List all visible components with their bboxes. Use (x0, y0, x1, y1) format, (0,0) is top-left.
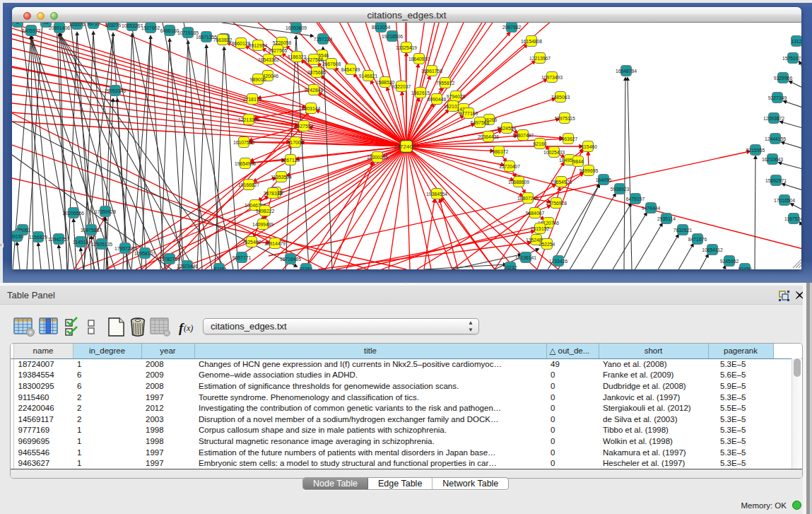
svg-text:8186323: 8186323 (288, 54, 307, 59)
svg-text:9699695: 9699695 (579, 168, 599, 173)
svg-text:10807487: 10807487 (512, 133, 534, 138)
svg-text:114519: 114519 (73, 240, 88, 245)
svg-text:417006: 417006 (288, 140, 304, 145)
svg-text:20364436: 20364436 (478, 134, 499, 139)
svg-text:7955812: 7955812 (436, 81, 455, 86)
svg-text:19756928: 19756928 (546, 201, 567, 206)
svg-text:(x): (x) (184, 323, 193, 333)
svg-text:2087682: 2087682 (502, 25, 522, 30)
svg-text:8: 8 (16, 23, 19, 25)
svg-text:19654905: 19654905 (235, 161, 256, 166)
svg-text:12923446: 12923446 (177, 264, 198, 269)
svg-text:96: 96 (43, 23, 49, 25)
svg-text:19384554: 19384554 (426, 192, 447, 197)
svg-text:2803144: 2803144 (302, 106, 321, 111)
svg-text:8427552: 8427552 (295, 124, 314, 129)
svg-text:15720407: 15720407 (499, 164, 520, 169)
svg-text:97364: 97364 (300, 267, 313, 270)
svg-text:14099489: 14099489 (252, 222, 273, 227)
svg-text:10688609: 10688609 (508, 180, 529, 185)
svg-text:8245: 8245 (213, 267, 224, 270)
svg-text:29053346: 29053346 (105, 88, 126, 93)
svg-text:10958107: 10958107 (134, 251, 155, 256)
svg-text:92450: 92450 (739, 267, 752, 270)
svg-text:10232: 10232 (504, 265, 517, 270)
svg-text:3875685: 3875685 (307, 70, 326, 75)
svg-text:7986372: 7986372 (490, 149, 509, 154)
svg-text:12975115: 12975115 (554, 116, 575, 121)
svg-text:11353594: 11353594 (271, 175, 292, 180)
svg-text:20206556: 20206556 (63, 211, 84, 216)
svg-text:9474444: 9474444 (642, 206, 661, 211)
svg-text:12444155: 12444155 (765, 136, 786, 141)
svg-text:9684067: 9684067 (526, 211, 545, 216)
svg-text:7663822: 7663822 (213, 37, 233, 42)
svg-text:2405572: 2405572 (22, 28, 41, 33)
svg-text:10654112: 10654112 (702, 247, 723, 252)
svg-text:8660128: 8660128 (232, 41, 251, 46)
svg-text:989016: 989016 (250, 77, 266, 82)
svg-text:1156829: 1156829 (29, 235, 47, 240)
svg-text:7625402: 7625402 (242, 240, 261, 245)
svg-text:19166827: 19166827 (238, 182, 259, 187)
svg-text:18807249: 18807249 (517, 196, 539, 201)
svg-text:18724007: 18724007 (394, 144, 419, 150)
svg-text:15692971: 15692971 (765, 178, 787, 183)
svg-text:2718176: 2718176 (243, 97, 262, 102)
svg-text:9327508: 9327508 (305, 57, 324, 62)
svg-text:16154808: 16154808 (521, 39, 542, 44)
svg-text:9146821: 9146821 (359, 74, 378, 78)
svg-text:9498222: 9498222 (256, 209, 275, 214)
svg-text:1615152: 1615152 (531, 226, 550, 231)
svg-text:3878332: 3878332 (264, 191, 283, 196)
svg-text:7485063: 7485063 (551, 95, 570, 100)
svg-text:1733426: 1733426 (549, 259, 568, 264)
svg-text:10973493: 10973493 (541, 75, 563, 80)
svg-text:17957223: 17957223 (114, 246, 136, 251)
svg-text:9327505: 9327505 (269, 48, 288, 53)
svg-text:9245652: 9245652 (720, 259, 739, 264)
svg-text:10653267: 10653267 (122, 23, 143, 28)
svg-text:9115460: 9115460 (579, 144, 597, 149)
svg-text:16782759: 16782759 (159, 257, 180, 262)
svg-text:103376: 103376 (69, 23, 86, 27)
svg-text:10025433: 10025433 (543, 150, 565, 155)
svg-text:6497568: 6497568 (471, 120, 490, 125)
svg-text:1527602: 1527602 (141, 25, 160, 30)
svg-text:1312: 1312 (791, 39, 801, 44)
svg-text:16961758: 16961758 (421, 69, 442, 74)
svg-text:62160: 62160 (534, 141, 547, 146)
svg-text:9844: 9844 (572, 159, 583, 164)
svg-text:2935114: 2935114 (657, 216, 676, 221)
svg-text:7632621: 7632621 (673, 228, 693, 233)
svg-text:8454749: 8454749 (341, 67, 360, 72)
svg-text:1167534: 1167534 (784, 216, 801, 221)
svg-text:8215955: 8215955 (746, 148, 765, 153)
svg-text:16648784: 16648784 (616, 69, 637, 74)
svg-text:20691406: 20691406 (49, 25, 70, 30)
svg-text:9227349: 9227349 (768, 95, 787, 100)
svg-text:9777169: 9777169 (459, 111, 478, 116)
svg-text:12942757: 12942757 (48, 237, 69, 242)
svg-text:18300295: 18300295 (367, 155, 388, 160)
svg-text:252254: 252254 (539, 242, 555, 247)
svg-text:16543362: 16543362 (258, 57, 279, 62)
svg-text:39159: 39159 (12, 234, 24, 239)
svg-text:18640910: 18640910 (408, 57, 430, 62)
svg-text:12213967: 12213967 (529, 56, 551, 61)
svg-text:30975887: 30975887 (81, 228, 102, 233)
svg-text:95710: 95710 (87, 23, 100, 26)
svg-text:9794028: 9794028 (447, 94, 466, 99)
svg-text:8322037: 8322037 (392, 84, 411, 89)
svg-text:1362615: 1362615 (411, 90, 430, 95)
svg-text:6466160: 6466160 (160, 28, 180, 33)
svg-text:7357224: 7357224 (314, 37, 333, 42)
svg-text:13325419: 13325419 (396, 45, 417, 50)
svg-text:5938923: 5938923 (611, 187, 630, 192)
svg-text:17359928: 17359928 (95, 209, 116, 214)
svg-text:16914479: 16914479 (264, 241, 286, 246)
svg-text:16053809: 16053809 (286, 25, 307, 30)
svg-text:803276: 803276 (105, 23, 122, 28)
svg-text:15136141: 15136141 (515, 255, 536, 260)
svg-text:164095: 164095 (596, 177, 612, 182)
